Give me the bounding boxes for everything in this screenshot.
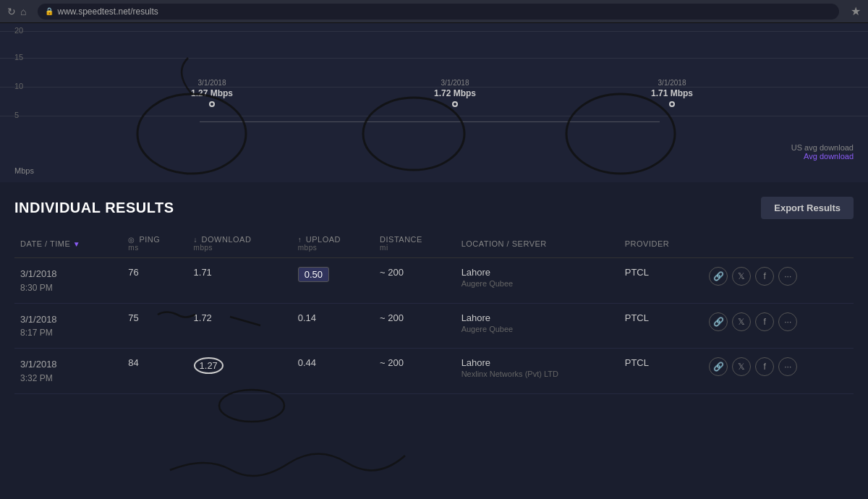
provider-3: PTCL: [625, 357, 649, 368]
col-download: ↓ DOWNLOAD Mbps: [188, 231, 292, 258]
download-value-2: 1.72: [194, 312, 212, 323]
action-icons-2: 🔗 𝕏 f ···: [709, 312, 848, 331]
provider-2: PTCL: [625, 312, 649, 323]
time-2: 8:17 PM: [20, 326, 116, 339]
twitter-icon-3[interactable]: 𝕏: [732, 357, 751, 376]
link-icon-3[interactable]: 🔗: [709, 357, 728, 376]
cell-distance-1: ~ 200: [374, 258, 456, 304]
legend-avg-download: Avg download: [791, 152, 854, 161]
sort-arrow: ▼: [73, 240, 80, 248]
more-icon-2[interactable]: ···: [778, 312, 797, 331]
chart-legend: US avg download Avg download: [791, 143, 854, 161]
lock-icon: 🔒: [45, 7, 54, 15]
upload-value-3: 0.44: [298, 357, 316, 368]
chart-date-2: 3/1/2018: [434, 79, 476, 87]
chart-dot-3: [669, 101, 675, 107]
table-header: DATE / TIME ▼ ◎ PING ms ↓ DOWNLOAD Mbps: [14, 231, 854, 258]
cell-location-1: Lahore Augere Qubee: [456, 258, 619, 304]
grid-label-20: 20: [0, 26, 23, 35]
twitter-icon-1[interactable]: 𝕏: [732, 267, 751, 286]
results-header: INDIVIDUAL RESULTS Export Results: [14, 197, 854, 219]
chart-value-1: 1.27 Mbps: [191, 88, 233, 98]
cell-ping-1: 76: [122, 258, 187, 304]
upload-value-1: 0.50: [298, 267, 329, 282]
time-3: 3:32 PM: [20, 372, 116, 385]
cell-provider-3: PTCL: [619, 349, 704, 394]
action-icons-1: 🔗 𝕏 f ···: [709, 267, 848, 286]
results-table: DATE / TIME ▼ ◎ PING ms ↓ DOWNLOAD Mbps: [14, 231, 854, 394]
chart-date-3: 3/1/2018: [651, 79, 693, 87]
ping-th-icon: ◎: [128, 236, 135, 244]
grid-label-10: 10: [0, 82, 23, 90]
browser-url-bar[interactable]: 🔒 www.speedtest.net/results: [38, 4, 839, 20]
link-icon-1[interactable]: 🔗: [709, 267, 728, 286]
col-provider: PROVIDER: [619, 231, 704, 258]
distance-value-2: ~ 200: [380, 312, 404, 323]
cell-datetime-2: 3/1/2018 8:17 PM: [14, 303, 122, 349]
ping-value-2: 75: [128, 312, 138, 323]
cell-location-3: Lahore Nexlinx Networks (Pvt) LTD: [456, 349, 619, 394]
more-icon-1[interactable]: ···: [778, 267, 797, 286]
cell-actions-1: 🔗 𝕏 f ···: [703, 258, 854, 304]
cell-ping-3: 84: [122, 349, 187, 394]
cell-actions-2: 🔗 𝕏 f ···: [703, 303, 854, 349]
cell-distance-2: ~ 200: [374, 303, 456, 349]
facebook-icon-2[interactable]: f: [755, 312, 774, 331]
cell-distance-3: ~ 200: [374, 349, 456, 394]
grid-line-15: 15: [0, 58, 868, 61]
download-value-3: 1.27: [194, 357, 224, 374]
grid-line-5: 5: [0, 116, 868, 119]
facebook-icon-1[interactable]: f: [755, 267, 774, 286]
cell-ping-2: 75: [122, 303, 187, 349]
home-icon[interactable]: ⌂: [20, 6, 26, 17]
page-wrapper: ↻ ⌂ 🔒 www.speedtest.net/results ★ 20 15 …: [0, 0, 868, 394]
table-row: 3/1/2018 8:30 PM 76 1.71 0.50 ~ 200: [14, 258, 854, 304]
cell-download-1: 1.71: [188, 258, 292, 304]
cell-download-2: 1.72: [188, 303, 292, 349]
provider-1: PTCL: [625, 267, 649, 278]
chart-area: 20 15 10 5 3/1/2018 1.27 Mbps 3/1/2018 1…: [0, 23, 868, 182]
col-distance: DISTANCE mi: [374, 231, 456, 258]
table-row: 3/1/2018 3:32 PM 84 1.27 0.44 ~ 200: [14, 349, 854, 394]
cell-datetime-3: 3/1/2018 3:32 PM: [14, 349, 122, 394]
results-title: INDIVIDUAL RESULTS: [14, 200, 174, 216]
col-datetime[interactable]: DATE / TIME ▼: [14, 231, 122, 258]
location-server-1: Augere Qubee: [461, 279, 613, 288]
ping-value-3: 84: [128, 357, 138, 368]
cell-location-2: Lahore Augere Qubee: [456, 303, 619, 349]
col-location: LOCATION / SERVER: [456, 231, 619, 258]
refresh-icon[interactable]: ↻: [7, 6, 16, 17]
url-text: www.speedtest.net/results: [57, 7, 158, 17]
bookmark-icon[interactable]: ★: [851, 4, 861, 18]
export-button[interactable]: Export Results: [761, 197, 854, 219]
distance-value-3: ~ 200: [380, 357, 404, 368]
twitter-icon-2[interactable]: 𝕏: [732, 312, 751, 331]
time-1: 8:30 PM: [20, 281, 116, 294]
cell-upload-2: 0.14: [292, 303, 374, 349]
download-value-1: 1.71: [194, 267, 212, 278]
legend-us-avg: US avg download: [791, 143, 854, 152]
location-server-3: Nexlinx Networks (Pvt) LTD: [461, 370, 613, 378]
date-3: 3/1/2018: [20, 359, 57, 370]
more-icon-3[interactable]: ···: [778, 357, 797, 376]
results-section: INDIVIDUAL RESULTS Export Results DATE /…: [0, 182, 868, 394]
link-icon-2[interactable]: 🔗: [709, 312, 728, 331]
upload-th-icon: ↑: [298, 236, 302, 244]
ping-value-1: 76: [128, 267, 138, 278]
facebook-icon-3[interactable]: f: [755, 357, 774, 376]
location-server-2: Augere Qubee: [461, 325, 613, 333]
date-1: 3/1/2018: [20, 268, 57, 279]
header-row: DATE / TIME ▼ ◎ PING ms ↓ DOWNLOAD Mbps: [14, 231, 854, 258]
chart-dot-2: [452, 101, 458, 107]
col-actions: [703, 231, 854, 258]
grid-label-15: 15: [0, 53, 23, 61]
cell-upload-1: 0.50: [292, 258, 374, 304]
table-row: 3/1/2018 8:17 PM 75 1.72 0.14 ~ 200: [14, 303, 854, 349]
cell-actions-3: 🔗 𝕏 f ···: [703, 349, 854, 394]
chart-value-3: 1.71 Mbps: [651, 88, 693, 98]
browser-nav-icons: ↻ ⌂: [7, 6, 26, 17]
chart-point-1: 3/1/2018 1.27 Mbps: [191, 79, 233, 107]
col-ping: ◎ PING ms: [122, 231, 187, 258]
chart-value-2: 1.72 Mbps: [434, 88, 476, 98]
browser-bar: ↻ ⌂ 🔒 www.speedtest.net/results ★: [0, 0, 868, 23]
